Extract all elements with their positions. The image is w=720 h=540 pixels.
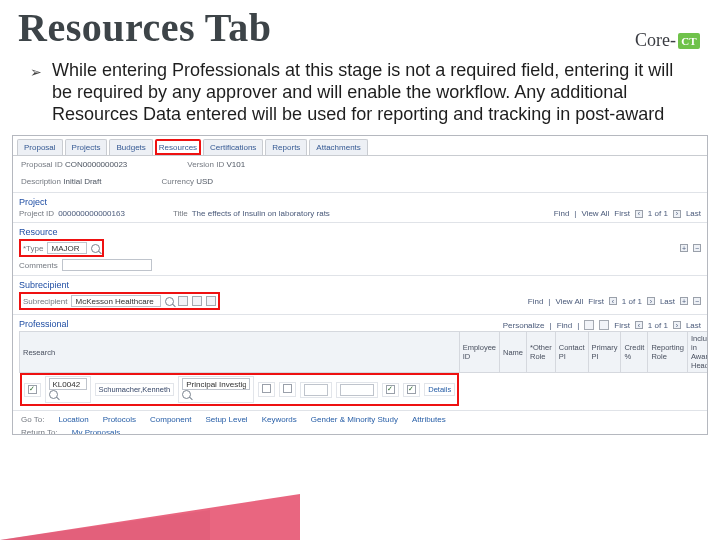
app-tabs: Proposal Projects Budgets Resources Cert… [13, 136, 707, 156]
table-row: Schumacher,Kenneth Details [20, 373, 460, 406]
tab-certifications[interactable]: Certifications [203, 139, 263, 155]
next-step-icon[interactable]: › [647, 297, 655, 305]
credit-input[interactable] [304, 384, 328, 396]
prev-step-icon[interactable]: ‹ [635, 210, 643, 218]
remove-row-icon[interactable]: − [693, 297, 701, 305]
page-title: Resources Tab [18, 4, 272, 51]
search-icon[interactable] [165, 297, 174, 306]
research-checkbox[interactable] [28, 385, 37, 394]
section-professional: Professional [19, 319, 69, 329]
grid-icon[interactable] [584, 320, 594, 330]
tab-budgets[interactable]: Budgets [109, 139, 152, 155]
export-icon[interactable] [599, 320, 609, 330]
goto-link[interactable]: Keywords [262, 415, 297, 424]
tab-proposal[interactable]: Proposal [17, 139, 63, 155]
search-icon[interactable] [182, 390, 191, 399]
subrecipient-input[interactable] [71, 295, 161, 307]
header-row-1: Proposal ID CON0000000023 Version ID V10… [13, 156, 707, 173]
findbar-resource: + − [680, 244, 701, 252]
mail-icon[interactable] [192, 296, 202, 306]
other-role-input[interactable] [182, 378, 250, 390]
reporting-role-input[interactable] [340, 384, 374, 396]
project-id-value: 000000000000163 [58, 209, 125, 218]
return-row: Return To: My Proposals [13, 426, 707, 435]
type-input[interactable] [47, 242, 87, 254]
goto-link[interactable]: Attributes [412, 415, 446, 424]
tab-attachments[interactable]: Attachments [309, 139, 367, 155]
award-head-checkbox[interactable] [386, 385, 395, 394]
section-project: Project [19, 197, 701, 207]
employee-id-input[interactable] [49, 378, 87, 390]
comments-input[interactable] [62, 259, 152, 271]
goto-link[interactable]: Location [58, 415, 88, 424]
logo: Core-CT [635, 30, 702, 51]
primary-pi-checkbox[interactable] [283, 384, 292, 393]
prev-step-icon[interactable]: ‹ [635, 321, 643, 329]
project-title-value: The effects of Insulin on laboratory rat… [192, 209, 330, 218]
header-row-2: Description Initial Draft Currency USD [13, 173, 707, 190]
calendar-icon[interactable] [206, 296, 216, 306]
goto-link[interactable]: Setup Level [205, 415, 247, 424]
search-icon[interactable] [91, 244, 100, 253]
remove-row-icon[interactable]: − [693, 244, 701, 252]
bullet-marker: ➢ [30, 59, 42, 125]
next-step-icon[interactable]: › [673, 321, 681, 329]
decorative-wedge [0, 494, 300, 540]
findbar-professional: Personalize| Find| First ‹ 1 of 1 › Last [503, 320, 701, 330]
goto-row: Go To: Location Protocols Component Setu… [13, 413, 707, 426]
workflow-eligible-checkbox[interactable] [407, 385, 416, 394]
table-header-row: Research Employee ID Name *Other Role Co… [20, 332, 709, 373]
goto-link[interactable]: Protocols [103, 415, 136, 424]
section-resource: Resource [19, 227, 701, 237]
findbar-subrecipient: Find|View All First ‹ 1 of 1 › Last + − [528, 297, 701, 306]
goto-link[interactable]: Component [150, 415, 191, 424]
viewall-link[interactable]: View All [581, 209, 609, 218]
add-row-icon[interactable]: + [680, 244, 688, 252]
tab-projects[interactable]: Projects [65, 139, 108, 155]
app-panel: Proposal Projects Budgets Resources Cert… [12, 135, 708, 435]
bullet-text: While entering Professionals at this sta… [52, 59, 694, 125]
section-subrecipient: Subrecipient [19, 280, 701, 290]
findbar-project: Find|View All First ‹ 1 of 1 › Last [554, 209, 701, 218]
subrecipient-field-group: Subrecipient [19, 292, 220, 310]
professional-table: Research Employee ID Name *Other Role Co… [19, 331, 708, 406]
next-step-icon[interactable]: › [673, 210, 681, 218]
add-row-icon[interactable]: + [680, 297, 688, 305]
tab-reports[interactable]: Reports [265, 139, 307, 155]
prev-step-icon[interactable]: ‹ [609, 297, 617, 305]
goto-link[interactable]: Gender & Minority Study [311, 415, 398, 424]
details-link[interactable]: Details [428, 385, 451, 394]
search-icon[interactable] [49, 390, 58, 399]
find-link[interactable]: Find [554, 209, 570, 218]
return-link[interactable]: My Proposals [72, 428, 120, 435]
tab-resources[interactable]: Resources [155, 139, 201, 155]
type-field-group: *Type [19, 239, 104, 257]
contact-pi-checkbox[interactable] [262, 384, 271, 393]
folder-icon[interactable] [178, 296, 188, 306]
